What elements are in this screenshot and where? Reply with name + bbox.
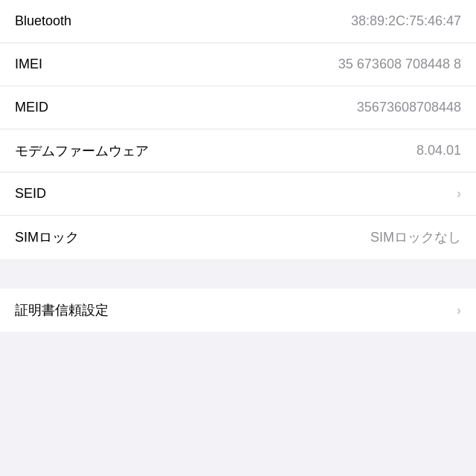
modem-firmware-value: 8.04.01 (416, 143, 461, 158)
main-settings-group: Bluetooth 38:89:2C:75:46:47 IMEI 35 6736… (0, 0, 476, 259)
seid-row[interactable]: SEID › (0, 173, 476, 216)
seid-chevron-icon: › (457, 186, 461, 202)
meid-label: MEID (15, 100, 48, 115)
modem-firmware-row: モデムファームウェア 8.04.01 (0, 129, 476, 173)
certificate-trust-chevron-icon: › (457, 303, 461, 318)
bluetooth-label: Bluetooth (15, 13, 71, 29)
bottom-settings-group: 証明書信頼設定 › (0, 289, 476, 332)
certificate-trust-label: 証明書信頼設定 (15, 301, 109, 319)
certificate-trust-row[interactable]: 証明書信頼設定 › (0, 289, 476, 332)
imei-row: IMEI 35 673608 708448 8 (0, 43, 476, 86)
seid-label: SEID (15, 186, 46, 202)
sim-lock-label: SIMロック (15, 228, 79, 246)
meid-row: MEID 35673608708448 (0, 86, 476, 129)
seid-right: › (457, 186, 461, 202)
meid-value: 35673608708448 (357, 100, 461, 115)
imei-label: IMEI (15, 57, 42, 72)
bluetooth-value: 38:89:2C:75:46:47 (351, 13, 461, 29)
sim-lock-value: SIMロックなし (370, 228, 461, 246)
certificate-trust-right: › (457, 303, 461, 318)
modem-firmware-label: モデムファームウェア (15, 142, 149, 160)
bluetooth-row: Bluetooth 38:89:2C:75:46:47 (0, 0, 476, 43)
spacer (0, 259, 476, 289)
imei-value: 35 673608 708448 8 (338, 57, 461, 72)
sim-lock-row: SIMロック SIMロックなし (0, 216, 476, 259)
